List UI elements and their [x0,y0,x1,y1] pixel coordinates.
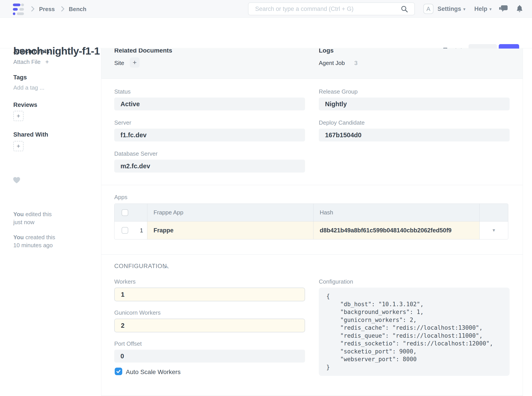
release-group-field[interactable]: Nightly [319,98,510,111]
column-header-frappe-app: Frappe App [154,209,183,216]
bell-icon[interactable] [516,5,523,14]
timeline-when: 10 minutes ago [13,242,53,249]
gunicorn-workers-label: Gunicorn Workers [114,309,161,316]
deploy-candidate-field[interactable]: 167b1504d0 [319,128,510,141]
plus-icon: + [45,58,49,65]
chevron-down-icon: ▾ [463,6,466,12]
attachments-heading: Attachments [13,48,50,55]
port-offset-field[interactable]: 0 [114,350,305,362]
app-logo-icon[interactable] [13,4,24,15]
database-server-field[interactable]: m2.fc.dev [114,160,305,173]
column-header-hash: Hash [320,209,333,216]
configuration-json-block: { "db_host": "10.1.3.102", "background_w… [319,288,510,376]
related-documents-heading: Related Documents [114,49,172,54]
content-right-divider [523,48,523,396]
form-dashboard: Related Documents Site + Logs Agent Job … [101,49,523,79]
avatar[interactable]: A [423,4,433,14]
hash-cell[interactable]: d8b421b49a8bf61c599b048140cbb2062fed50f9 [313,221,480,239]
add-review-button[interactable]: + [13,111,24,121]
search-input[interactable] [248,2,415,15]
database-server-label: Database Server [114,150,158,157]
bench-form-page: Press Bench A Settings ▾ Help ▾ bench-ni… [0,0,532,396]
release-group-label: Release Group [319,88,358,95]
attach-file-button[interactable]: Attach File + [13,58,49,65]
avatar-initial: A [426,6,430,12]
breadcrumb-press[interactable]: Press [39,6,55,13]
server-field[interactable]: f1.fc.dev [114,128,305,141]
timeline-action: edited this [24,211,52,217]
workers-label: Workers [114,278,136,285]
row-expand-caret-icon[interactable]: ▼ [492,228,496,233]
deploy-candidate-label: Deploy Candidate [319,119,365,126]
chat-icon[interactable] [499,5,508,13]
breadcrumb-chevron-icon [31,6,35,13]
breadcrumb-chevron-icon [61,6,65,13]
server-label: Server [114,119,131,126]
like-heart-icon[interactable] [13,177,20,185]
help-menu[interactable]: Help [474,6,487,12]
section-divider [101,185,523,185]
attach-file-label: Attach File [13,58,41,65]
select-all-checkbox[interactable] [122,209,128,216]
status-field[interactable]: Active [114,98,305,111]
shared-with-heading: Shared With [13,131,48,138]
apps-grid: Frappe App Hash 1 Frappe d8b421b49a8bf61… [114,204,508,239]
breadcrumb-bench[interactable]: Bench [69,6,86,13]
add-share-button[interactable]: + [13,141,24,151]
related-site-link[interactable]: Site [114,60,124,66]
timeline-user: You [13,211,24,217]
navbar: Press Bench A Settings ▾ Help ▾ [0,0,532,18]
frappe-app-cell[interactable]: Frappe [147,221,313,239]
settings-menu[interactable]: Settings [437,6,461,12]
timeline-action: created this [24,234,55,241]
apps-section-label: Apps [114,194,127,201]
auto-scale-workers-checkbox[interactable] [115,368,122,375]
workers-input[interactable] [114,288,305,301]
apps-grid-header: Frappe App Hash [114,204,508,221]
section-divider [101,395,523,396]
add-site-button[interactable]: + [130,58,140,68]
agent-job-count: 3 [354,60,357,66]
logs-heading: Logs [319,49,334,54]
row-index: 1 [140,227,143,234]
auto-scale-workers-label: Auto Scale Workers [126,368,181,376]
configuration-json-text: { "db_host": "10.1.3.102", "background_w… [326,292,502,371]
reviews-heading: Reviews [13,102,37,108]
port-offset-label: Port Offset [114,340,142,347]
agent-job-link[interactable]: Agent Job [319,60,345,66]
gunicorn-workers-input[interactable] [114,319,305,332]
configuration-json-label: Configuration [319,278,353,285]
row-checkbox[interactable] [122,227,128,234]
check-icon [116,369,121,374]
sidebar-divider [101,48,101,396]
configuration-section-toggle[interactable]: CONFIGURATION [114,263,167,270]
status-label: Status [114,88,131,95]
timeline-created: You created this 10 minutes ago [13,233,89,249]
frappe-app-value: Frappe [154,227,173,234]
page-head: bench-nightly-f1-1 Active Menu ▾ Save [0,18,532,48]
chevron-up-icon[interactable] [164,265,169,270]
plus-icon: + [17,112,20,120]
plus-icon: + [17,143,20,150]
section-divider [101,254,523,255]
search-icon[interactable] [401,5,408,14]
timeline-edited: You edited this just now [13,210,89,226]
table-row: 1 Frappe d8b421b49a8bf61c599b048140cbb20… [114,221,508,239]
tags-heading: Tags [13,74,27,81]
timeline-when: just now [13,219,34,226]
add-tag-input[interactable]: Add a tag ... [13,84,44,91]
hash-value: d8b421b49a8bf61c599b048140cbb2062fed50f9 [320,227,451,234]
timeline-user: You [13,234,24,241]
chevron-down-icon: ▾ [489,6,492,12]
